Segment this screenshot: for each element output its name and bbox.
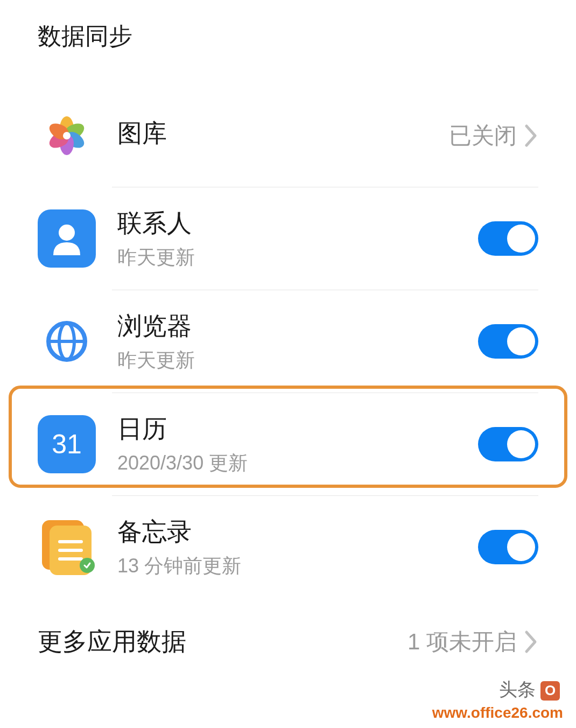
- gallery-icon: [38, 107, 96, 165]
- row-browser[interactable]: 浏览器 昨天更新: [0, 290, 576, 393]
- browser-label: 浏览器: [117, 310, 478, 343]
- row-contacts[interactable]: 联系人 昨天更新: [0, 187, 576, 290]
- row-calendar[interactable]: 31 日历 2020/3/30 更新: [0, 393, 576, 495]
- chevron-right-icon: [524, 124, 538, 148]
- notes-sub: 13 分钟前更新: [117, 553, 478, 579]
- notes-toggle[interactable]: [478, 530, 538, 564]
- gallery-label: 图库: [117, 117, 449, 150]
- office-logo-icon: [540, 681, 560, 701]
- row-more-apps[interactable]: 更多应用数据 1 项未开启: [0, 604, 576, 659]
- browser-sub: 昨天更新: [117, 347, 478, 374]
- section-title: 数据同步: [0, 20, 576, 85]
- contacts-toggle[interactable]: [478, 221, 538, 256]
- browser-toggle[interactable]: [478, 324, 538, 359]
- watermark-line1: 头条: [499, 677, 563, 702]
- calendar-toggle[interactable]: [478, 427, 538, 461]
- calendar-sub: 2020/3/30 更新: [117, 450, 478, 477]
- chevron-right-icon: [524, 630, 538, 654]
- calendar-icon-text: 31: [52, 429, 82, 460]
- calendar-label: 日历: [117, 412, 478, 446]
- more-apps-status: 1 项未开启: [408, 627, 517, 657]
- gallery-status: 已关闭: [449, 121, 517, 151]
- contacts-label: 联系人: [117, 207, 478, 240]
- svg-point-0: [59, 225, 75, 241]
- contacts-sub: 昨天更新: [117, 244, 478, 271]
- contacts-icon: [38, 209, 96, 268]
- notes-icon: [38, 518, 96, 576]
- more-apps-label: 更多应用数据: [38, 625, 408, 659]
- notes-label: 备忘录: [117, 515, 478, 549]
- browser-icon: [38, 312, 96, 370]
- row-gallery[interactable]: 图库 已关闭: [0, 85, 576, 187]
- watermark-line2: www.office26.com: [432, 704, 563, 722]
- row-notes[interactable]: 备忘录 13 分钟前更新: [0, 496, 576, 598]
- calendar-icon: 31: [38, 415, 96, 473]
